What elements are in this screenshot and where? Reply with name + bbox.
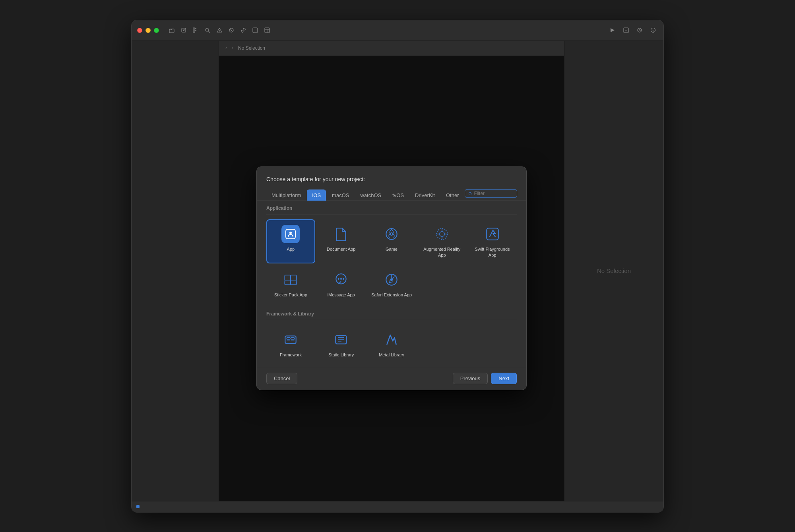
svg-rect-6: [193, 32, 195, 33]
tab-tvos[interactable]: tvOS: [387, 190, 409, 201]
close-button[interactable]: [137, 28, 142, 33]
modal-footer: Cancel Previous Next: [257, 367, 526, 390]
svg-rect-51: [287, 338, 290, 339]
checkbox-icon[interactable]: [250, 25, 260, 35]
tab-macos[interactable]: macOS: [327, 190, 354, 201]
svg-rect-5: [193, 30, 195, 31]
svg-line-14: [231, 29, 232, 31]
bottom-bar: [132, 501, 663, 512]
modal-title: Choose a template for your new project:: [266, 176, 365, 182]
svg-rect-52: [291, 338, 294, 339]
swift-playgrounds-icon: [483, 225, 502, 243]
tab-driverkit[interactable]: DriverKit: [410, 190, 440, 201]
framework-icon: [281, 331, 300, 349]
close-icon[interactable]: [179, 25, 188, 35]
tab-other[interactable]: Other: [441, 190, 464, 201]
svg-point-28: [289, 232, 292, 234]
template-app[interactable]: App: [266, 219, 315, 263]
template-ar-app[interactable]: Augmented Reality App: [417, 219, 466, 263]
template-document-app-label: Document App: [327, 246, 355, 252]
modal-tabs: Multiplatform iOS macOS watchOS tvOS Dri…: [257, 189, 526, 201]
sticker-pack-icon: [281, 271, 300, 289]
template-static-library-label: Static Library: [328, 352, 354, 358]
template-safari-extension[interactable]: Safari Extension App: [367, 265, 416, 303]
help-icon[interactable]: ?: [648, 25, 658, 35]
warning-icon[interactable]: [215, 25, 224, 35]
traffic-lights: [137, 28, 159, 33]
svg-point-43: [338, 278, 339, 280]
minimize-button[interactable]: [145, 28, 151, 33]
editor-toolbar: ‹ › No Selection: [219, 41, 564, 56]
metal-library-icon: [382, 331, 401, 349]
inspect-icon[interactable]: [621, 25, 631, 35]
static-library-icon: [332, 331, 350, 349]
svg-point-12: [219, 31, 220, 32]
template-app-label: App: [287, 246, 295, 252]
imessage-icon: [332, 271, 350, 289]
template-imessage-label: iMessage App: [328, 292, 355, 298]
template-metal-library[interactable]: Metal Library: [367, 325, 416, 363]
cancel-button[interactable]: Cancel: [266, 373, 297, 384]
svg-rect-38: [285, 275, 291, 281]
filter-icon: ⊙: [468, 191, 472, 196]
layout-icon[interactable]: [262, 25, 272, 35]
app-icon: [281, 225, 300, 243]
template-sticker-pack-label: Sticker Pack App: [274, 292, 307, 298]
template-document-app[interactable]: Document App: [317, 219, 366, 263]
template-metal-library-label: Metal Library: [379, 352, 404, 358]
run-icon[interactable]: [608, 25, 617, 35]
svg-line-49: [392, 277, 394, 279]
editor-area: ‹ › No Selection Choose a template for y…: [219, 41, 564, 501]
template-static-library[interactable]: Static Library: [317, 325, 366, 363]
filter-box[interactable]: ⊙: [465, 189, 517, 198]
ar-app-icon: [433, 225, 451, 243]
svg-marker-19: [611, 28, 615, 32]
tab-ios[interactable]: iOS: [307, 190, 326, 201]
template-sticker-pack[interactable]: Sticker Pack App: [266, 265, 315, 303]
template-safari-extension-label: Safari Extension App: [371, 292, 412, 298]
svg-rect-39: [291, 275, 297, 281]
template-game[interactable]: Game: [367, 219, 416, 263]
toolbar-icons: [167, 25, 272, 35]
next-button[interactable]: Next: [491, 373, 517, 384]
navigation-buttons: Previous Next: [453, 373, 517, 384]
svg-rect-15: [253, 28, 258, 33]
maximize-button[interactable]: [154, 28, 159, 33]
nav-forward-icon[interactable]: ›: [230, 44, 235, 52]
framework-grid: Framework: [266, 322, 517, 366]
svg-point-9: [206, 28, 209, 31]
filter-input[interactable]: [474, 191, 514, 196]
template-framework-label: Framework: [280, 352, 302, 358]
titlebar: ?: [132, 20, 663, 41]
svg-rect-37: [487, 228, 498, 240]
main-area: ‹ › No Selection Choose a template for y…: [132, 41, 663, 501]
nav-back-icon[interactable]: ‹: [224, 44, 229, 52]
tab-watchos[interactable]: watchOS: [355, 190, 386, 201]
svg-rect-50: [285, 336, 296, 344]
folder-icon[interactable]: [167, 25, 176, 35]
search-icon[interactable]: [203, 25, 212, 35]
svg-point-45: [343, 278, 344, 280]
template-ar-app-label: Augmented Reality App: [421, 246, 462, 258]
hierarchy-icon[interactable]: [191, 25, 200, 35]
link-icon[interactable]: [238, 25, 248, 35]
breadcrumb: No Selection: [238, 45, 265, 51]
svg-point-32: [439, 232, 444, 237]
sidebar: [132, 41, 219, 501]
template-framework[interactable]: Framework: [266, 325, 315, 363]
svg-rect-40: [285, 281, 291, 284]
section-application-header: Application: [266, 201, 517, 215]
template-swift-playgrounds[interactable]: Swift Playgrounds App: [468, 219, 517, 263]
right-panel: No Selection: [564, 41, 663, 501]
svg-point-44: [340, 278, 342, 280]
modal-dialog: Choose a template for your new project: …: [256, 166, 527, 390]
status-dot: [136, 505, 140, 508]
svg-point-29: [386, 229, 397, 240]
game-icon: [382, 225, 401, 243]
tab-multiplatform[interactable]: Multiplatform: [266, 190, 306, 201]
clock-icon[interactable]: [635, 25, 644, 35]
stop-icon[interactable]: [227, 25, 236, 35]
nav-arrows: ‹ ›: [224, 44, 235, 52]
previous-button[interactable]: Previous: [453, 373, 488, 384]
template-imessage[interactable]: iMessage App: [317, 265, 366, 303]
